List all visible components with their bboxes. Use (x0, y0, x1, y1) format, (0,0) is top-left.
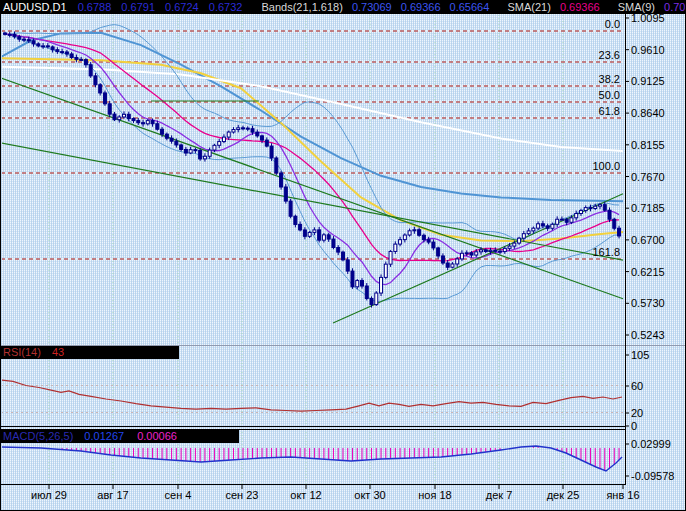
price-axis-label: 0.8640 (631, 107, 665, 119)
price-axis-label: 0.8155 (631, 139, 665, 151)
fib-level-label: 100.0 (592, 160, 620, 172)
date-axis-label: сен 4 (150, 489, 206, 501)
indicator-axis-label: 105 (631, 349, 649, 361)
indicator-axis-label: 0.02999 (631, 438, 671, 450)
rsi-indicator-label: RSI(14) (3, 346, 41, 358)
macd-signal-value: 0.00066 (137, 430, 177, 442)
fib-level-label: 161.8 (592, 246, 620, 258)
indicator-axis-label: 0 (631, 420, 637, 432)
macd-header-bar: MACD(5,26,5) 0.01267 0.00066 (1, 430, 239, 443)
date-axis-label: дек 25 (535, 489, 591, 501)
price-axis-label: 0.6700 (631, 234, 665, 246)
fib-level-label: 23.6 (599, 49, 620, 61)
date-axis-label: сен 23 (214, 489, 270, 501)
price-axis-label: 0.9125 (631, 75, 665, 87)
price-axis-label: 0.5730 (631, 297, 665, 309)
price-axis-label: 1.0095 (631, 12, 665, 24)
fib-level-label: 61.8 (599, 105, 620, 117)
date-axis-label: дек 7 (471, 489, 527, 501)
macd-indicator-label: MACD(5,26,5) (3, 430, 73, 442)
rsi-value: 43 (52, 346, 64, 358)
price-axis-label: 0.9610 (631, 44, 665, 56)
price-axis-label: 0.5243 (631, 329, 665, 341)
date-axis-label: окт 12 (278, 489, 334, 501)
fib-level-label: 0.0 (605, 18, 620, 30)
price-axis-label: 0.7185 (631, 202, 665, 214)
macd-main-value: 0.01267 (84, 430, 124, 442)
indicator-axis-label: 60 (631, 380, 643, 392)
rsi-header-bar: RSI(14) 43 (1, 346, 179, 359)
date-axis-label: окт 30 (342, 489, 398, 501)
date-axis-label: ноя 18 (407, 489, 463, 501)
price-axis-label: 0.6215 (631, 266, 665, 278)
date-axis-label: июл 29 (21, 489, 77, 501)
chart-window: AUDUSD,D1 0.6788 0.6791 0.6724 0.6732 Ba… (0, 0, 686, 511)
fib-level-label: 38.2 (599, 73, 620, 85)
date-axis-label: авг 17 (85, 489, 141, 501)
fib-level-label: 50.0 (599, 89, 620, 101)
price-axis-label: 0.7670 (631, 171, 665, 183)
date-axis-label: янв 16 (595, 489, 651, 501)
indicator-axis-label: 20 (631, 407, 643, 419)
indicator-axis-label: -0.09578 (631, 470, 674, 482)
